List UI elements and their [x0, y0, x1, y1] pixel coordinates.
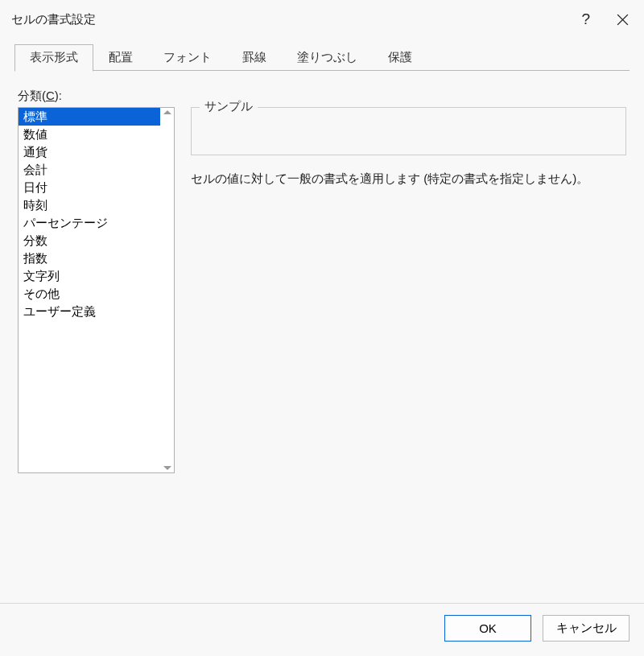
- category-item-time[interactable]: 時刻: [19, 196, 160, 214]
- category-listbox-items: 標準 数値 通貨 会計 日付 時刻 パーセンテージ 分数 指数 文字列 その他 …: [19, 108, 160, 472]
- category-label-accel: C: [46, 89, 55, 102]
- tab-label: 保護: [388, 50, 412, 64]
- title-bar: セルの書式設定 ?: [0, 0, 644, 39]
- sample-group: サンプル: [191, 107, 626, 155]
- title-bar-controls: ?: [581, 10, 630, 28]
- scroll-up-icon[interactable]: [163, 110, 171, 114]
- tab-label: 配置: [109, 50, 133, 64]
- sample-legend: サンプル: [200, 99, 258, 114]
- category-item-date[interactable]: 日付: [19, 179, 160, 196]
- category-item-percentage[interactable]: パーセンテージ: [19, 214, 160, 232]
- category-item-fraction[interactable]: 分数: [19, 232, 160, 250]
- category-label-pre: 分類(: [18, 89, 46, 102]
- list-item-label: パーセンテージ: [23, 216, 108, 229]
- category-item-general[interactable]: 標準: [19, 108, 160, 126]
- list-item-label: ユーザー定義: [23, 304, 96, 318]
- ok-button[interactable]: OK: [444, 615, 531, 642]
- list-item-label: 文字列: [23, 269, 60, 283]
- tab-content: 分類(C): 標準 数値 通貨 会計 日付 時刻 パーセンテージ 分数 指数: [0, 71, 644, 603]
- list-item-label: 日付: [23, 180, 47, 194]
- category-item-currency[interactable]: 通貨: [19, 143, 160, 161]
- list-item-label: 通貨: [23, 145, 47, 159]
- tab-label: 表示形式: [30, 50, 78, 64]
- close-icon: [616, 13, 630, 27]
- listbox-scrollbar[interactable]: [160, 108, 174, 472]
- list-item-label: 分数: [23, 233, 47, 247]
- tab-label: 塗りつぶし: [297, 50, 357, 64]
- tab-strip: 表示形式 配置 フォント 罫線 塗りつぶし 保護: [0, 39, 644, 71]
- tab-number-format[interactable]: 表示形式: [14, 44, 93, 72]
- dialog-buttons: OK キャンセル: [0, 604, 644, 656]
- category-item-special[interactable]: その他: [19, 285, 160, 303]
- list-item-label: 数値: [23, 127, 47, 141]
- list-item-label: 時刻: [23, 198, 47, 212]
- category-listbox[interactable]: 標準 数値 通貨 会計 日付 時刻 パーセンテージ 分数 指数 文字列 その他 …: [18, 107, 175, 473]
- help-button[interactable]: ?: [581, 10, 590, 28]
- format-cells-dialog: セルの書式設定 ? 表示形式 配置 フォント 罫線 塗りつぶし 保護 分類(C)…: [0, 0, 644, 656]
- right-pane: サンプル セルの値に対して一般の書式を適用します (特定の書式を指定しません)。: [191, 107, 626, 355]
- dialog-title: セルの書式設定: [11, 12, 96, 27]
- category-item-accounting[interactable]: 会計: [19, 161, 160, 179]
- list-item-label: その他: [23, 287, 60, 300]
- category-item-custom[interactable]: ユーザー定義: [19, 303, 160, 320]
- tab-fill[interactable]: 塗りつぶし: [282, 44, 373, 72]
- category-label: 分類(C):: [18, 89, 626, 104]
- scroll-down-icon[interactable]: [163, 466, 171, 470]
- tab-font[interactable]: フォント: [148, 44, 227, 72]
- format-description: セルの値に対して一般の書式を適用します (特定の書式を指定しません)。: [191, 170, 626, 187]
- close-button[interactable]: [616, 13, 630, 27]
- category-item-text[interactable]: 文字列: [19, 267, 160, 285]
- list-item-label: 標準: [23, 109, 47, 123]
- list-item-label: 会計: [23, 163, 47, 176]
- content-row: 標準 数値 通貨 会計 日付 時刻 パーセンテージ 分数 指数 文字列 その他 …: [18, 107, 626, 355]
- list-item-label: 指数: [23, 251, 47, 265]
- tab-border[interactable]: 罫線: [227, 44, 282, 72]
- tab-label: 罫線: [242, 50, 266, 64]
- category-item-scientific[interactable]: 指数: [19, 250, 160, 267]
- category-label-post: ):: [55, 89, 62, 102]
- tab-alignment[interactable]: 配置: [93, 44, 148, 72]
- tab-label: フォント: [163, 50, 212, 64]
- cancel-button[interactable]: キャンセル: [543, 615, 630, 642]
- tab-protection[interactable]: 保護: [373, 44, 427, 72]
- category-item-number[interactable]: 数値: [19, 126, 160, 143]
